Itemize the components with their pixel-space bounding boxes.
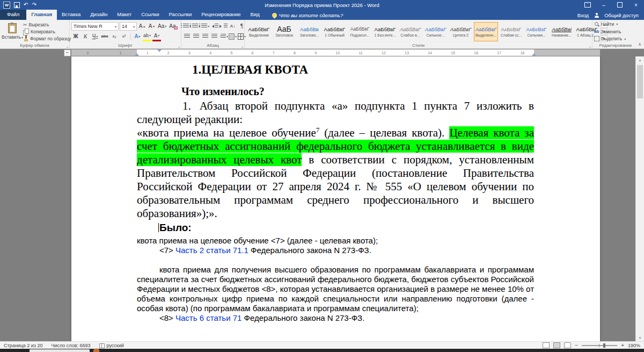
word-count[interactable]: Число слов: 6693 [51, 343, 90, 348]
style-item-Заголовок[interactable]: АаБЗаголовок [272, 22, 296, 41]
cut-button[interactable]: ✂Вырезать [23, 21, 71, 28]
font-color-button[interactable]: А [152, 31, 161, 41]
paragraph-dialog-launcher[interactable]: ⌟ [241, 44, 243, 48]
scroll-up-icon[interactable]: ▲ [636, 56, 644, 63]
left-indent-marker[interactable] [135, 51, 139, 56]
tab-Макет[interactable]: Макет [112, 10, 136, 20]
footnote-8-line[interactable]: <8> Часть 6 статьи 71 Федерального закон… [159, 313, 534, 323]
tab-file[interactable]: Файл [0, 10, 26, 20]
change-case-button[interactable]: Аа [157, 22, 167, 31]
grow-font-button[interactable]: А [138, 22, 147, 31]
doc-heading[interactable]: 1.ЦЕЛЕВАЯ КВОТА [192, 63, 534, 77]
language-indicator[interactable]: русский [99, 343, 124, 348]
style-item-Слабое в...[interactable]: АаБбВвГСлабое в... [398, 22, 422, 41]
font-dialog-launcher[interactable]: ⌟ [178, 44, 180, 48]
right-indent-marker[interactable] [532, 51, 536, 56]
restore-button[interactable] [612, 0, 628, 10]
link-article-71-1[interactable]: Часть 2 статьи 71.1 [175, 246, 248, 255]
scrollbar-thumb[interactable] [637, 65, 643, 98]
style-item-Цитата 2[interactable]: АаБбВвГЦитата 2 [449, 22, 473, 41]
first-line-indent-marker[interactable] [157, 49, 162, 54]
taskbar-search-box[interactable] [30, 349, 90, 352]
tab-Дизайн[interactable]: Дизайн [85, 10, 112, 20]
italic-button[interactable]: К [81, 32, 90, 41]
sort-button[interactable]: А↓ [229, 22, 237, 31]
tab-Рецензирование[interactable]: Рецензирование [196, 10, 245, 20]
old-quote-line[interactable]: квота приема на целевое обучение <7> (да… [137, 236, 534, 246]
justify-button[interactable] [210, 32, 218, 41]
document-page[interactable]: 1.ЦЕЛЕВАЯ КВОТА Что изменилось? 1.Абзац … [71, 56, 600, 341]
zoom-slider[interactable] [582, 345, 617, 346]
minimize-button[interactable]: – [596, 0, 612, 10]
zoom-in-button[interactable]: + [621, 343, 624, 348]
tab-Вид[interactable]: Вид [246, 10, 265, 20]
replace-button[interactable]: abЗаменить [594, 28, 637, 35]
style-item-Заголово...[interactable]: АаБбВвЗаголово... [297, 22, 321, 41]
web-layout-button[interactable] [564, 342, 571, 348]
tab-Ссылки[interactable]: Ссылки [136, 10, 164, 20]
tab-Рассылки[interactable]: Рассылки [164, 10, 197, 20]
align-center-button[interactable] [192, 32, 200, 41]
paste-button[interactable]: Вставить [2, 21, 23, 42]
ribbon-display-options-button[interactable]: ˆ [580, 0, 596, 10]
strikethrough-button[interactable]: abc [100, 32, 109, 41]
font-name-select[interactable]: Times New R [71, 22, 119, 31]
tab-Вставка[interactable]: Вставка [57, 10, 85, 20]
decrease-indent-button[interactable] [210, 22, 218, 31]
zoom-out-button[interactable]: − [575, 343, 578, 348]
print-layout-button[interactable] [553, 342, 560, 348]
scroll-down-icon[interactable]: ▼ [636, 334, 644, 341]
style-item-Сильная...[interactable]: АаБбВвГСильная... [524, 22, 548, 41]
style-item-Слабая сс...[interactable]: АаБбВвГСлабая сс... [499, 22, 523, 41]
zoom-level[interactable]: 190% [628, 343, 640, 348]
tab-stop-selector[interactable]: ⌐ [64, 49, 71, 56]
select-button[interactable]: Выделить [594, 35, 637, 42]
style-item-Сильное...[interactable]: АаБбВвГСильное... [423, 22, 448, 41]
link-article-71[interactable]: Часть 6 статьи 71 [175, 313, 241, 322]
share-button[interactable]: Общий доступ [604, 12, 639, 18]
copy-button[interactable]: Копировать [23, 28, 71, 35]
font-size-select[interactable]: 14 [120, 22, 137, 31]
style-item-1 Обычный[interactable]: АаБбВвГ1 Обычный [323, 22, 347, 41]
find-button[interactable]: Найти [594, 21, 637, 27]
footnote-7-line[interactable]: <7> Часть 2 статьи 71.1 Федерального зак… [159, 246, 534, 255]
clear-formatting-button[interactable]: Аа [168, 22, 177, 31]
highlight-color-button[interactable]: ab [143, 31, 151, 41]
style-item-1 Без инте...[interactable]: АаБбВвГ1 Без инте... [373, 22, 397, 41]
increase-indent-button[interactable] [219, 22, 228, 31]
page-indicator[interactable]: Страница 2 из 20 [4, 343, 42, 348]
bylo-heading[interactable]: Было: [158, 222, 534, 234]
line-spacing-button[interactable]: ↕ [219, 32, 228, 41]
bold-button[interactable]: Ж [71, 32, 80, 41]
superscript-button[interactable]: x² [120, 32, 128, 41]
align-left-button[interactable] [183, 32, 191, 41]
read-mode-button[interactable] [543, 342, 550, 348]
save-icon[interactable] [14, 2, 20, 8]
clipboard-dialog-launcher[interactable]: ⌟ [67, 44, 68, 48]
style-item-Подзагол...[interactable]: АаБбВвГПодзагол... [348, 22, 372, 41]
tab-Главная[interactable]: Главная [26, 10, 57, 20]
style-item-Выделение[interactable]: АаБбВвГВыделение [247, 22, 271, 41]
vertical-scrollbar[interactable]: ▲ ▼ [635, 56, 644, 341]
horizontal-ruler[interactable]: 21 123456789101112131415161718 [71, 49, 600, 56]
paragraph-amendment[interactable]: 1.Абзац второй подпункта «а» подпункта 1… [137, 99, 534, 126]
zoom-slider-thumb[interactable] [603, 343, 605, 348]
close-button[interactable]: × [628, 0, 644, 10]
paragraph-new-edition[interactable]: «квота приема на целевое обучение7 (дале… [137, 126, 534, 220]
undo-icon[interactable]: ↶ [24, 2, 28, 8]
shading-button[interactable] [229, 32, 237, 41]
multilevel-list-button[interactable] [201, 22, 209, 31]
taskbar-app-icon[interactable] [93, 348, 99, 352]
styles-dialog-launcher[interactable]: ⌟ [589, 44, 591, 48]
align-right-button[interactable] [201, 32, 209, 41]
style-item-Название...[interactable]: АаБбВвiНазвание... [550, 22, 574, 41]
tell-me-box[interactable]: Что вы хотите сделать? [272, 12, 343, 20]
subscript-button[interactable]: x₂ [110, 32, 119, 41]
collapse-ribbon-button[interactable]: ∧ [638, 42, 641, 47]
style-item-Выделенн...[interactable]: АаБбВвГВыделенн... [474, 22, 498, 41]
underline-button[interactable]: Ч [91, 32, 99, 41]
shrink-font-button[interactable]: А [148, 22, 156, 31]
text-effects-button[interactable]: А [133, 32, 142, 41]
sign-in-button[interactable]: Вход [577, 12, 589, 18]
old-paragraph[interactable]: квота приема для получения высшего образ… [137, 265, 534, 313]
